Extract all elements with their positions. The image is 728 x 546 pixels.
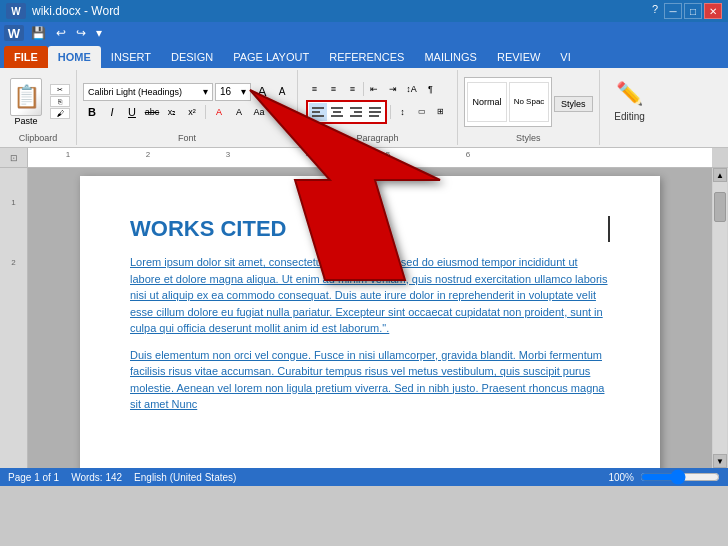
svg-rect-11 (369, 115, 379, 117)
paste-label: Paste (14, 116, 37, 126)
para-row1: ≡ ≡ ≡ ⇤ ⇥ ↕A ¶ (306, 80, 450, 98)
numbering-button[interactable]: ≡ (325, 80, 343, 98)
word-count[interactable]: Words: 142 (71, 472, 122, 483)
bullets-button[interactable]: ≡ (306, 80, 324, 98)
tab-view[interactable]: VI (550, 46, 580, 68)
tab-page-layout[interactable]: PAGE LAYOUT (223, 46, 319, 68)
svg-rect-6 (350, 107, 362, 109)
font-name-text: Calibri Light (Headings) (88, 87, 182, 97)
tab-insert[interactable]: INSERT (101, 46, 161, 68)
svg-rect-3 (331, 107, 343, 109)
document-scroll-area[interactable]: WORKS CITED Lorem ipsum dolor sit amet, … (28, 168, 712, 468)
language[interactable]: English (United States) (134, 472, 236, 483)
scroll-down-button[interactable]: ▼ (713, 454, 727, 468)
page-info[interactable]: Page 1 of 1 (8, 472, 59, 483)
divider (363, 82, 364, 96)
subscript-button[interactable]: x₂ (163, 103, 181, 121)
align-center-button[interactable] (328, 103, 346, 121)
close-button[interactable]: ✕ (704, 3, 722, 19)
align-justify-icon (368, 106, 382, 118)
align-left-button[interactable] (309, 103, 327, 121)
font-dropdown-arrow[interactable]: ▾ (203, 86, 208, 97)
editing-content: ✏️ Editing (614, 72, 645, 143)
align-center-icon (330, 106, 344, 118)
highlight-button[interactable]: A (230, 103, 248, 121)
show-marks-button[interactable]: ¶ (422, 80, 440, 98)
redo-button[interactable]: ↪ (73, 24, 89, 42)
copy-button[interactable]: ⎘ (50, 96, 70, 107)
font-group: Calibri Light (Headings) ▾ 16 ▾ A A B I (77, 70, 298, 145)
tab-review[interactable]: REVIEW (487, 46, 550, 68)
paste-icon: 📋 (10, 78, 42, 116)
ruler-num-4: 4 (306, 150, 310, 159)
font-row1: Calibri Light (Headings) ▾ 16 ▾ A A (83, 83, 291, 101)
tab-home[interactable]: HOME (48, 46, 101, 68)
style-normal[interactable]: Normal (467, 82, 507, 122)
tab-mailings[interactable]: MAILINGS (414, 46, 487, 68)
font-name-dropdown[interactable]: Calibri Light (Headings) ▾ (83, 83, 213, 101)
style-no-spacing[interactable]: No Spac (509, 82, 549, 122)
divider2 (390, 105, 391, 119)
clipboard-label: Clipboard (19, 133, 58, 143)
align-right-button[interactable] (347, 103, 365, 121)
horizontal-ruler: 1 2 3 4 5 6 (28, 148, 712, 167)
text-color-button[interactable]: A (210, 103, 228, 121)
format-painter-button[interactable]: 🖌 (50, 108, 70, 119)
styles-button[interactable]: Styles (554, 96, 593, 112)
italic-button[interactable]: I (103, 103, 121, 121)
svg-rect-1 (312, 111, 320, 113)
help-button[interactable]: ? (648, 3, 662, 19)
maximize-button[interactable]: □ (684, 3, 702, 19)
underline-button[interactable]: U (123, 103, 141, 121)
left-ruler: 1 2 (0, 168, 28, 468)
para-row2: ↕ ▭ ⊞ (306, 100, 450, 124)
minimize-button[interactable]: ─ (664, 3, 682, 19)
undo-button[interactable]: ↩ (53, 24, 69, 42)
decrease-font-button[interactable]: A (273, 83, 291, 101)
paragraph-2: Duis elementum non orci vel congue. Fusc… (130, 347, 610, 413)
shading-button[interactable]: ▭ (413, 103, 431, 121)
svg-rect-5 (331, 115, 343, 117)
divider (205, 105, 206, 119)
bold-button[interactable]: B (83, 103, 101, 121)
zoom-percent: 100% (608, 472, 634, 483)
decrease-indent-button[interactable]: ⇤ (365, 80, 383, 98)
font-color-button[interactable]: Aa (250, 103, 268, 121)
ruler-area: ⊡ 1 2 3 4 5 6 (0, 148, 728, 168)
superscript-button[interactable]: x² (183, 103, 201, 121)
clear-format-button[interactable]: A (270, 103, 288, 121)
sort-button[interactable]: ↕A (403, 80, 421, 98)
paste-button[interactable]: 📋 Paste (6, 76, 46, 128)
line-spacing-button[interactable]: ↕ (394, 103, 412, 121)
editing-group: ✏️ Editing (600, 70, 660, 145)
document-area: 1 2 WORKS CITED Lorem ipsum dolor sit am… (0, 168, 728, 468)
vertical-scrollbar[interactable]: ▲ ▼ (712, 168, 728, 468)
font-row2: B I U abc x₂ x² A A Aa A (83, 103, 291, 121)
font-size-dropdown[interactable]: 16 ▾ (215, 83, 251, 101)
left-ruler-num1: 1 (11, 198, 15, 207)
align-justify-button[interactable] (366, 103, 384, 121)
increase-font-button[interactable]: A (253, 83, 271, 101)
zoom-slider[interactable] (640, 472, 720, 482)
borders-button[interactable]: ⊞ (432, 103, 450, 121)
cut-button[interactable]: ✂ (50, 84, 70, 95)
font-size-arrow[interactable]: ▾ (241, 86, 246, 97)
editing-label: Editing (614, 111, 645, 122)
save-button[interactable]: 💾 (28, 24, 49, 42)
scroll-thumb[interactable] (714, 192, 726, 222)
increase-indent-button[interactable]: ⇥ (384, 80, 402, 98)
strikethrough-button[interactable]: abc (143, 103, 161, 121)
scroll-up-button[interactable]: ▲ (713, 168, 727, 182)
tab-design[interactable]: DESIGN (161, 46, 223, 68)
customize-quick-access[interactable]: ▾ (93, 24, 105, 42)
svg-rect-0 (312, 107, 324, 109)
status-bar-left: Page 1 of 1 Words: 142 English (United S… (8, 472, 236, 483)
scroll-track[interactable] (713, 182, 727, 454)
tab-references[interactable]: REFERENCES (319, 46, 414, 68)
ribbon: 📋 Paste ✂ ⎘ 🖌 Clipboard Calibri Light (H… (0, 68, 728, 148)
styles-gallery: Normal No Spac (464, 77, 552, 127)
multilevel-list-button[interactable]: ≡ (344, 80, 362, 98)
tab-file[interactable]: FILE (4, 46, 48, 68)
paragraph-1: Lorem ipsum dolor sit amet, consectetur … (130, 254, 610, 337)
paragraph-label: Paragraph (356, 133, 398, 143)
